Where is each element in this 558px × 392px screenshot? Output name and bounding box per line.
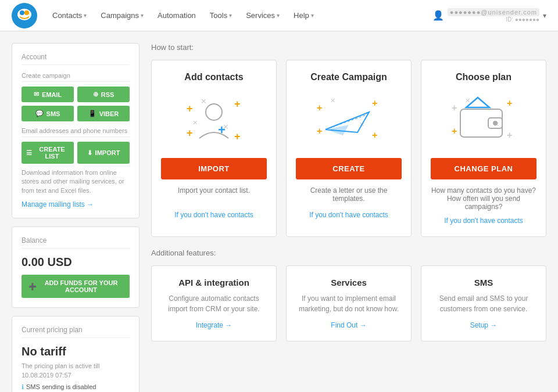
api-integration-card: API & integration Configure automatic co… [151, 265, 277, 341]
change-plan-button[interactable]: CHANGE PLAN [431, 158, 536, 179]
balance-card: Balance 0.00 USD ➕ ADD FUNDS FOR YOUR AC… [12, 226, 140, 308]
list-icon: ☰ [26, 149, 32, 157]
choose-plan-illustration: + + + + ✕ ✕ [449, 92, 518, 150]
viber-button[interactable]: 📱 VIBER [77, 106, 130, 121]
how-to-start-heading: How to start: [151, 43, 546, 52]
svg-text:+: + [372, 130, 377, 140]
svg-point-30 [493, 121, 498, 125]
nav-services[interactable]: Services ▾ [240, 8, 285, 23]
svg-text:+: + [507, 98, 512, 108]
import-icon: ⬇ [87, 149, 92, 157]
svg-text:✕: ✕ [192, 119, 198, 126]
plan-name: No tariff [22, 345, 130, 358]
email-section-label: Email addresses and phone numbers [22, 127, 130, 137]
sidebar: Account Create campaign ✉ EMAIL ⊕ RSS 💬 … [12, 43, 140, 392]
choose-plan-desc: How many contacts do you have? How often… [431, 186, 536, 211]
chevron-down-icon: ▾ [84, 12, 87, 19]
page-content: Account Create campaign ✉ EMAIL ⊕ RSS 💬 … [0, 31, 558, 392]
create-campaign-desc: Create a letter or use the templates. [296, 186, 402, 205]
svg-text:+: + [187, 127, 193, 139]
manage-mailing-lists-link[interactable]: Manage mailing lists → [22, 200, 94, 208]
create-campaign-title: Create Campaign [310, 72, 387, 82]
navbar: Contacts ▾ Campaigns ▾ Automation Tools … [0, 0, 558, 31]
svg-point-3 [24, 10, 29, 15]
viber-icon: 📱 [88, 110, 96, 117]
logo[interactable] [12, 3, 37, 28]
list-import-buttons: ☰ CREATE LIST ⬇ IMPORT [22, 142, 130, 164]
add-contacts-card: Add contacts + + + + ✕ ✕ ✕ [151, 60, 277, 237]
rss-button[interactable]: ⊕ RSS [77, 87, 130, 102]
svg-point-2 [20, 10, 24, 15]
info-icon: ℹ [22, 383, 24, 391]
user-icon: 👤 [432, 10, 444, 21]
sms-button[interactable]: 💬 SMS [22, 106, 74, 121]
nav-links: Contacts ▾ Campaigns ▾ Automation Tools … [46, 8, 432, 23]
svg-text:+: + [234, 131, 241, 142]
sms-link[interactable]: Setup → [431, 321, 536, 329]
balance-title: Balance [22, 236, 130, 249]
nav-automation[interactable]: Automation [152, 8, 202, 23]
chevron-down-icon: ▾ [543, 12, 546, 20]
nav-tools[interactable]: Tools ▾ [204, 8, 238, 23]
user-id: ID: ●●●●●●● [506, 16, 539, 23]
svg-text:+: + [452, 126, 457, 136]
svg-marker-20 [326, 125, 349, 135]
account-title: Account [22, 53, 130, 65]
import-button[interactable]: IMPORT [161, 158, 267, 179]
svg-text:+: + [187, 103, 193, 114]
nav-help[interactable]: Help ▾ [288, 8, 320, 23]
create-campaign-link[interactable]: If you don't have contacts [309, 211, 388, 219]
add-contacts-link[interactable]: If you don't have contacts [174, 211, 253, 219]
create-button[interactable]: CREATE [296, 158, 402, 179]
sms-desc: Send email and SMS to your customers fro… [431, 293, 536, 314]
svg-text:+: + [452, 103, 457, 113]
add-contacts-title: Add contacts [184, 72, 243, 82]
svg-text:+: + [317, 126, 322, 136]
api-desc: Configure automatic contacts import from… [161, 293, 267, 314]
chevron-down-icon: ▾ [229, 12, 232, 19]
create-campaign-buttons: ✉ EMAIL ⊕ RSS 💬 SMS 📱 VIBER [22, 87, 130, 121]
plan-title: Current pricing plan [22, 326, 130, 338]
user-email: ●●●●●●●@unisender.com [448, 8, 539, 16]
svg-point-11 [206, 104, 222, 120]
sms-card: SMS Send email and SMS to your customers… [421, 265, 546, 341]
create-campaign-illustration: + + + + ✕ ✕ [314, 92, 384, 150]
chevron-down-icon: ▾ [141, 12, 144, 19]
services-link[interactable]: Find Out → [296, 321, 402, 329]
svg-text:✕: ✕ [465, 97, 470, 104]
balance-amount: 0.00 USD [22, 256, 130, 269]
main-content: How to start: Add contacts + + + + ✕ ✕ [151, 43, 546, 392]
additional-features-heading: Additional features: [151, 249, 546, 257]
add-contacts-desc: Import your contact list. [178, 186, 250, 205]
how-to-start-cards: Add contacts + + + + ✕ ✕ ✕ [151, 60, 546, 237]
svg-text:+: + [507, 130, 512, 140]
services-desc: If you want to implement email marketing… [296, 293, 402, 314]
nav-contacts[interactable]: Contacts ▾ [46, 8, 92, 23]
svg-text:+: + [218, 123, 226, 137]
svg-text:+: + [372, 98, 377, 108]
chevron-down-icon: ▾ [277, 12, 280, 19]
svg-text:+: + [234, 98, 241, 110]
rss-icon: ⊕ [93, 91, 98, 98]
email-button[interactable]: ✉ EMAIL [22, 87, 74, 102]
user-menu[interactable]: 👤 ●●●●●●●@unisender.com ID: ●●●●●●● ▾ [432, 8, 546, 23]
user-info: ●●●●●●●@unisender.com ID: ●●●●●●● [448, 8, 539, 23]
account-card: Account Create campaign ✉ EMAIL ⊕ RSS 💬 … [12, 43, 140, 218]
sms-title: SMS [431, 278, 536, 287]
add-funds-icon: ➕ [28, 283, 37, 290]
services-card: Services If you want to implement email … [286, 265, 412, 341]
plan-warning: ℹ SMS sending is disabled [22, 383, 130, 391]
services-title: Services [296, 278, 402, 287]
choose-plan-card: Choose plan + + + + ✕ ✕ [421, 60, 546, 237]
create-list-button[interactable]: ☰ CREATE LIST [22, 142, 74, 164]
import-button[interactable]: ⬇ IMPORT [77, 142, 130, 164]
chevron-down-icon: ▾ [311, 12, 314, 19]
api-link[interactable]: Integrate → [161, 321, 267, 329]
nav-campaigns[interactable]: Campaigns ▾ [95, 8, 149, 23]
create-campaign-label: Create campaign [22, 72, 130, 82]
add-funds-button[interactable]: ➕ ADD FUNDS FOR YOUR ACCOUNT [22, 275, 130, 298]
create-campaign-card: Create Campaign + + + + ✕ ✕ [286, 60, 412, 237]
choose-plan-link[interactable]: If you don't have contacts [444, 217, 523, 225]
additional-features-cards: API & integration Configure automatic co… [151, 265, 546, 341]
api-title: API & integration [161, 278, 267, 287]
